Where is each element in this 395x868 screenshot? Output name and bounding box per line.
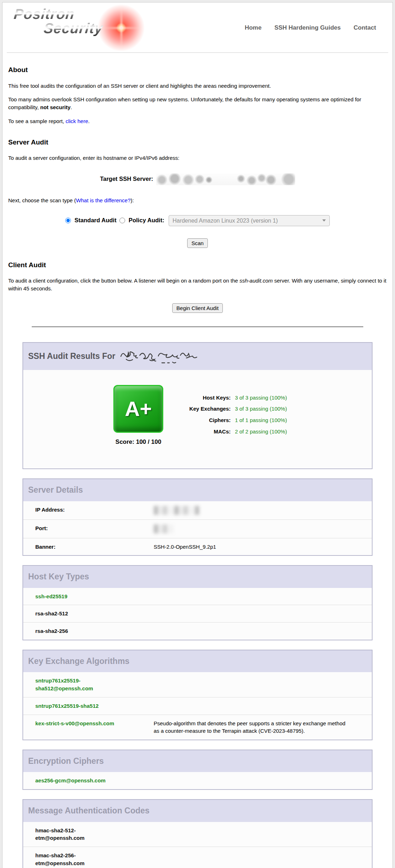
stat-row-key-exchanges: Key Exchanges: 3 of 3 passing (100%) bbox=[189, 403, 287, 415]
host-key-name: rsa-sha2-512 bbox=[35, 610, 154, 618]
top-nav: Home SSH Hardening Guides Contact bbox=[245, 24, 376, 32]
cipher-name: aes256-gcm@openssh.com bbox=[35, 777, 154, 785]
scan-type-text-end: ): bbox=[130, 197, 134, 203]
scan-button[interactable]: Scan bbox=[187, 238, 208, 248]
host-key-types-panel: Host Key Types ssh-ed25519 rsa-sha2-512 … bbox=[22, 565, 373, 640]
stat-value: 1 of 1 passing (100%) bbox=[235, 415, 287, 426]
chevron-down-icon bbox=[322, 219, 326, 222]
standard-audit-radio[interactable] bbox=[65, 218, 71, 223]
standard-audit-label: Standard Audit bbox=[75, 216, 117, 225]
logo-text: Positron Security bbox=[7, 6, 153, 36]
port-label: Port: bbox=[35, 524, 154, 533]
sample-report-text: To see a sample report, bbox=[8, 118, 66, 124]
about-heading: About bbox=[8, 65, 387, 75]
table-row: sntrup761x25519- sha512@openssh.com bbox=[23, 672, 372, 697]
stat-value: 2 of 2 passing (100%) bbox=[235, 426, 287, 437]
table-row: aes256-gcm@openssh.com bbox=[23, 772, 372, 789]
table-row: kex-strict-s-v00@openssh.com Pseudo-algo… bbox=[23, 715, 372, 740]
server-details-panel: Server Details IP Address: Port: Banner:… bbox=[22, 478, 373, 556]
table-row: hmac-sha2-256- etm@openssh.com bbox=[23, 847, 372, 868]
policy-audit-select[interactable]: Hardened Amazon Linux 2023 (version 1) bbox=[169, 215, 330, 226]
port-value-redacted bbox=[154, 524, 357, 533]
stat-label: MACs: bbox=[189, 426, 235, 437]
stat-label: Key Exchanges: bbox=[189, 403, 235, 415]
host-key-name: ssh-ed25519 bbox=[35, 593, 154, 600]
kex-algorithm-desc: Pseudo-algorithm that denotes the peer s… bbox=[154, 720, 357, 735]
nav-contact[interactable]: Contact bbox=[354, 24, 376, 32]
mac-name: hmac-sha2-256- etm@openssh.com bbox=[35, 852, 154, 867]
server-audit-heading: Server Audit bbox=[8, 137, 387, 147]
table-row-port: Port: bbox=[23, 519, 372, 538]
results-body: A+ Score: 100 / 100 Host Keys: 3 of 3 pa… bbox=[23, 370, 372, 469]
policy-audit-radio[interactable] bbox=[119, 218, 125, 223]
table-row: rsa-sha2-512 bbox=[23, 605, 372, 622]
sample-report-link[interactable]: click here bbox=[66, 118, 88, 124]
table-row: ssh-ed25519 bbox=[23, 588, 372, 605]
about-paragraph-2: Too many admins overlook SSH configurati… bbox=[8, 96, 387, 111]
banner-label: Banner: bbox=[35, 543, 154, 551]
results-title-text: SSH Audit Results For bbox=[28, 350, 116, 362]
logo-line2: Security bbox=[7, 20, 152, 36]
client-audit-text: To audit a client configuration, click t… bbox=[8, 278, 240, 284]
macs-panel: Message Authentication Codes hmac-sha2-5… bbox=[22, 799, 373, 868]
mac-name: hmac-sha2-512- etm@openssh.com bbox=[35, 827, 154, 842]
about-p2-bold: not security bbox=[40, 104, 71, 110]
stat-label: Host Keys: bbox=[189, 392, 235, 403]
stat-label: Ciphers: bbox=[189, 415, 235, 426]
about-p2-period: . bbox=[71, 104, 72, 110]
sample-report-period: . bbox=[88, 118, 89, 124]
about-paragraph-1: This free tool audits the configuration … bbox=[8, 82, 387, 90]
section-divider bbox=[32, 326, 364, 327]
ip-address-label: IP Address: bbox=[35, 506, 154, 515]
kex-algorithm-name: sntrup761x25519- sha512@openssh.com bbox=[35, 677, 154, 692]
results-stats-table: Host Keys: 3 of 3 passing (100%) Key Exc… bbox=[189, 392, 287, 437]
begin-client-audit-button[interactable]: Begin Client Audit bbox=[172, 303, 223, 313]
client-audit-heading: Client Audit bbox=[8, 260, 387, 270]
redacted-blur bbox=[154, 506, 199, 515]
stat-value: 3 of 3 passing (100%) bbox=[235, 392, 287, 403]
results-panel-title: SSH Audit Results For bbox=[23, 343, 372, 370]
target-ssh-server-label: Target SSH Server: bbox=[100, 175, 153, 183]
host-key-types-title: Host Key Types bbox=[23, 566, 372, 588]
table-row: rsa-sha2-256 bbox=[23, 622, 372, 640]
stat-row-ciphers: Ciphers: 1 of 1 passing (100%) bbox=[189, 415, 287, 426]
ssh-audit-results-panel: SSH Audit Results For A+ Score: 100 / 10… bbox=[22, 342, 373, 469]
stat-value: 3 of 3 passing (100%) bbox=[235, 403, 287, 415]
ip-address-value-redacted bbox=[154, 506, 357, 515]
kex-algorithm-name: kex-strict-s-v00@openssh.com bbox=[35, 720, 154, 735]
kex-algorithm-desc bbox=[154, 677, 357, 692]
table-row: hmac-sha2-512- etm@openssh.com bbox=[23, 822, 372, 847]
host-key-name: rsa-sha2-256 bbox=[35, 627, 154, 635]
redacted-blur bbox=[154, 524, 174, 533]
main-content: Positron Security Home SSH Hardening Gui… bbox=[2, 2, 393, 868]
table-row: sntrup761x25519-sha512 bbox=[23, 697, 372, 715]
policy-audit-label: Policy Audit: bbox=[129, 216, 164, 225]
scan-type-difference-link[interactable]: What is the difference? bbox=[76, 197, 130, 203]
scan-type-text: Next, choose the scan type ( bbox=[8, 197, 76, 203]
table-row-ip: IP Address: bbox=[23, 501, 372, 519]
client-audit-domain: ssh-audit.com bbox=[240, 278, 273, 284]
score-text: Score: 100 / 100 bbox=[108, 438, 169, 447]
encryption-ciphers-title: Encryption Ciphers bbox=[23, 750, 372, 772]
stat-row-macs: MACs: 2 of 2 passing (100%) bbox=[189, 426, 287, 437]
encryption-ciphers-panel: Encryption Ciphers aes256-gcm@openssh.co… bbox=[22, 750, 373, 790]
stat-row-host-keys: Host Keys: 3 of 3 passing (100%) bbox=[189, 392, 287, 403]
server-details-title: Server Details bbox=[23, 479, 372, 501]
grade-column: A+ Score: 100 / 100 bbox=[108, 385, 169, 447]
key-exchange-title: Key Exchange Algorithms bbox=[23, 650, 372, 672]
site-header: Positron Security Home SSH Hardening Gui… bbox=[7, 2, 388, 53]
nav-ssh-hardening-guides[interactable]: SSH Hardening Guides bbox=[275, 24, 341, 32]
target-ssh-server-input[interactable] bbox=[156, 173, 295, 185]
table-row-banner: Banner: SSH-2.0-OpenSSH_9.2p1 bbox=[23, 538, 372, 555]
scan-type-options-row: Standard Audit Policy Audit: Hardened Am… bbox=[7, 215, 388, 226]
kex-algorithm-name: sntrup761x25519-sha512 bbox=[35, 702, 154, 710]
banner-value: SSH-2.0-OpenSSH_9.2p1 bbox=[154, 543, 357, 551]
about-paragraph-3: To see a sample report, click here. bbox=[8, 117, 387, 125]
logo-line1: Positron bbox=[9, 6, 153, 22]
policy-audit-select-value: Hardened Amazon Linux 2023 (version 1) bbox=[173, 217, 278, 225]
nav-home[interactable]: Home bbox=[245, 24, 261, 32]
target-server-row: Target SSH Server: bbox=[7, 173, 388, 185]
grade-badge: A+ bbox=[113, 385, 163, 433]
macs-title: Message Authentication Codes bbox=[23, 800, 372, 822]
client-audit-paragraph: To audit a client configuration, click t… bbox=[8, 277, 387, 293]
